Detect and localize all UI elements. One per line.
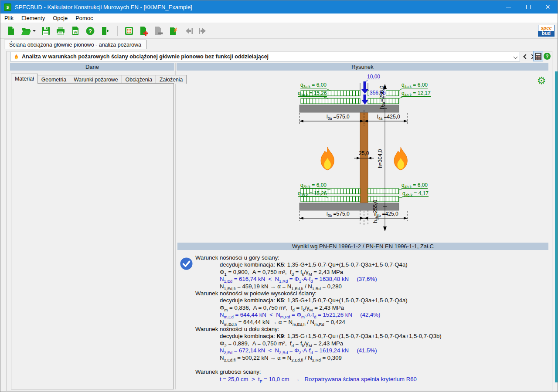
- minimize-button[interactable]: [499, 0, 518, 14]
- window-title: SPECBUD - Kalkulator Konstrukcji Murowyc…: [15, 4, 192, 10]
- drawing-panel-header: Rysunek: [177, 63, 548, 71]
- tab-material[interactable]: Materiał: [11, 74, 38, 84]
- tab-obciazenia[interactable]: Obciążenia: [122, 75, 157, 84]
- previous-element-icon: [184, 26, 193, 36]
- next-element-button[interactable]: [196, 25, 210, 37]
- load-q3a1-label: q3a,k = 6,00: [300, 82, 327, 88]
- save-button[interactable]: [39, 25, 53, 37]
- menu-pomoc[interactable]: Pomoc: [71, 14, 97, 23]
- calculators-button[interactable]: [122, 25, 136, 37]
- task-selector-combo[interactable]: Analiza w warunkach pożarowych ściany ob…: [10, 52, 520, 61]
- next-element-icon: [198, 26, 208, 36]
- result-line: decyduje kombinacja: K5: 1,35·G+1,5·0,7·…: [195, 297, 544, 304]
- export-word-button[interactable]: W: [68, 25, 82, 37]
- toolbar: W ? spec bud: [0, 23, 558, 39]
- result-line: Φ1 = 0,900, A = 0,750 m², fd = fk/γM = 2…: [195, 269, 544, 276]
- drawing-settings-gear-button[interactable]: ⚙: [535, 74, 548, 87]
- status-check-badge: [180, 257, 193, 270]
- material-tab-page: [11, 83, 174, 389]
- add-element-button[interactable]: [137, 25, 151, 37]
- flame-icon: [14, 54, 19, 60]
- close-icon: ×: [545, 3, 550, 11]
- dim-h-label: h=304,0: [378, 144, 383, 174]
- result-line: Φm = 0,836, A = 0,750 m², fd = fk/γM = 2…: [195, 304, 544, 311]
- tab-geometria[interactable]: Geometria: [37, 75, 70, 84]
- structure-drawing: 10,00 356,06 q3a,k = 6,00 q3a,k = 15,26 …: [177, 71, 548, 241]
- exit-button[interactable]: [98, 25, 112, 37]
- open-folder-icon: [21, 26, 36, 36]
- result-line: Nm,Ed = 644,44 kN < Nm,Rd = Φm·A·fd = 15…: [195, 311, 544, 318]
- delete-element-icon: [154, 26, 163, 36]
- tab-warunki-pozarowe[interactable]: Warunki pożarowe: [70, 75, 122, 84]
- task-selector-value: Analiza w warunkach pożarowych ściany ob…: [22, 54, 269, 60]
- result-line: Warunek nośności u góry ściany:: [195, 254, 544, 261]
- toolbar-separator: [117, 26, 118, 36]
- load-q4a1-label: q4a,k = 6,00: [401, 82, 428, 88]
- result-line: [195, 362, 544, 368]
- result-line: decyduje kombinacja: K9: 1,35·G+1,5·0,7·…: [195, 333, 544, 340]
- specbud-logo-bottom: bud: [538, 31, 554, 37]
- dim-l3a-label: l3a =575,0: [327, 114, 350, 120]
- new-document-button[interactable]: [4, 25, 18, 37]
- previous-element-button[interactable]: [181, 25, 195, 37]
- close-button[interactable]: ×: [538, 0, 558, 14]
- maximize-button[interactable]: [518, 0, 538, 14]
- dim-l4a-label: l4a =425,0: [377, 114, 400, 120]
- data-panel-header: Dane: [10, 63, 174, 71]
- document-tab[interactable]: Ściana obciążona głównie pionowo - anali…: [4, 40, 146, 49]
- results-header: Wyniki wg PN-EN 1996-1-2 / PN-EN EN 1996…: [177, 243, 548, 250]
- load-q4b1-label: q4b,k = 6,00: [401, 182, 428, 189]
- calculator-button[interactable]: [533, 51, 543, 61]
- help-button[interactable]: ?: [83, 25, 97, 37]
- app-icon: s: [4, 3, 11, 11]
- title-bar: s SPECBUD - Kalkulator Konstrukcji Murow…: [0, 0, 558, 14]
- result-line: decyduje kombinacja: K5: 1,35·G+1,5·0,7·…: [195, 261, 544, 268]
- menu-elementy[interactable]: Elementy: [17, 14, 49, 23]
- change-element-icon: [169, 26, 178, 36]
- drawing-panel-scrollbar[interactable]: [555, 71, 558, 382]
- calculator-icon: [535, 53, 541, 60]
- calculators-icon: [124, 26, 134, 36]
- specbud-logo: spec bud: [538, 25, 555, 37]
- specbud-logo-top: spec: [538, 25, 554, 31]
- wall: [360, 112, 368, 203]
- app-window: s SPECBUD - Kalkulator Konstrukcji Murow…: [0, 0, 558, 392]
- chevron-down-icon: [514, 55, 517, 58]
- dim-thickness-label: 25,0: [359, 151, 369, 156]
- print-icon: [56, 26, 65, 36]
- load-q4b2-label: q4b,k = 4,17: [402, 191, 429, 197]
- change-element-button[interactable]: [167, 25, 180, 37]
- delete-element-button[interactable]: [152, 25, 166, 37]
- svg-text:?: ?: [88, 27, 92, 34]
- fire-left-icon: [321, 147, 334, 170]
- load-q3b1-label: q3b,k = 6,00: [300, 182, 327, 189]
- task-help-button[interactable]: ?: [544, 53, 551, 60]
- result-line: Warunek nośności w połowie wysokości ści…: [195, 290, 544, 297]
- dim-h1b-label: h1b=255,0: [373, 196, 378, 227]
- fire-right-icon: [394, 147, 407, 170]
- result-line: N1,Ed,fi = 459,19 kN → α = N1,Ed,fi / N1…: [195, 283, 544, 290]
- help-icon: ?: [85, 26, 95, 36]
- word-document-icon: W: [71, 26, 80, 36]
- result-line: N2,Ed,fi = 500,22 kN → α = N2,Ed,fi / N2…: [195, 355, 544, 362]
- results-text: Warunek nośności u góry ściany:decyduje …: [195, 254, 544, 383]
- dim-h2a-label: h2a=256,0: [379, 82, 385, 113]
- menu-bar: Plik Elementy Opcje Pomoc: [0, 14, 558, 23]
- load-q3a2-label: q3a,k = 15,26: [298, 91, 327, 97]
- panel-divider: [175, 63, 176, 389]
- minimize-icon: [506, 7, 511, 7]
- document-tabstrip: Ściana obciążona głównie pionowo - anali…: [0, 39, 558, 49]
- data-tabs: Materiał Geometria Warunki pożarowe Obci…: [11, 74, 186, 84]
- print-button[interactable]: [54, 25, 68, 37]
- result-line: t = 25,0 cm > tF = 10,0 cm → Rozpatrywan…: [195, 376, 544, 383]
- check-icon: [180, 257, 193, 270]
- maximize-icon: [526, 5, 531, 9]
- open-button[interactable]: [19, 25, 38, 37]
- menu-opcje[interactable]: Opcje: [49, 14, 71, 23]
- result-line: N2,Ed = 672,14 kN < N2,Rd = Φ2·A·fd = 16…: [195, 347, 544, 354]
- menu-plik[interactable]: Plik: [0, 14, 17, 23]
- result-line: Φ2 = 0,889, A = 0,750 m², fd = fk/γM = 2…: [195, 340, 544, 347]
- result-line: Warunek nośności u dołu ściany:: [195, 326, 544, 333]
- result-line: Nm,Ed,fi = 644,44 kN → α = Nm,Ed,fi / Nm…: [195, 319, 544, 326]
- dim-l3b-label: l3b =575,0: [327, 211, 350, 217]
